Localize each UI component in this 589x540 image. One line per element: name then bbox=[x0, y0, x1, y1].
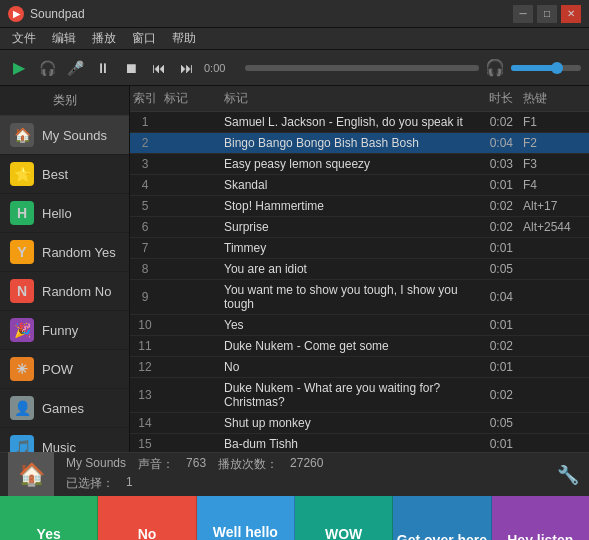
quicklaunch-button-well-hello-there[interactable]: Well hello there bbox=[197, 496, 295, 540]
th-name: 标记 bbox=[220, 90, 464, 107]
menubar-item-文件[interactable]: 文件 bbox=[4, 28, 44, 49]
sidebar-header: 类别 bbox=[0, 86, 129, 116]
td-index: 5 bbox=[130, 199, 160, 213]
td-duration: 0:01 bbox=[464, 178, 519, 192]
table-row[interactable]: 2 Bingo Bango Bongo Bish Bash Bosh 0:04 … bbox=[130, 133, 589, 154]
table-row[interactable]: 13 Duke Nukem - What are you waiting for… bbox=[130, 378, 589, 413]
sidebar-item-games[interactable]: 👤Games bbox=[0, 389, 129, 428]
quicklaunch-button-no[interactable]: NoAlt+N bbox=[98, 496, 196, 540]
status-info: My Sounds 声音： 763 播放次数： 27260 已选择： 1 bbox=[66, 456, 543, 494]
td-hotkey: Alt+17 bbox=[519, 199, 589, 213]
sidebar-label: Best bbox=[42, 167, 68, 182]
td-index: 14 bbox=[130, 416, 160, 430]
selected-label: 已选择： bbox=[66, 475, 114, 492]
home-button[interactable]: 🏠 bbox=[8, 452, 54, 498]
table-row[interactable]: 1 Samuel L. Jackson - English, do you sp… bbox=[130, 112, 589, 133]
table-row[interactable]: 11 Duke Nukem - Come get some 0:02 bbox=[130, 336, 589, 357]
td-duration: 0:04 bbox=[464, 136, 519, 150]
td-duration: 0:05 bbox=[464, 416, 519, 430]
time-display: 0:00 bbox=[204, 62, 239, 74]
volume-fill bbox=[511, 65, 557, 71]
table-row[interactable]: 8 You are an idiot 0:05 bbox=[130, 259, 589, 280]
table-row[interactable]: 10 Yes 0:01 bbox=[130, 315, 589, 336]
prev-button[interactable]: ⏮ bbox=[148, 57, 170, 79]
sidebar: 类别 🏠My Sounds⭐BestHHelloYRandom YesNRand… bbox=[0, 86, 130, 452]
sidebar-item-hello[interactable]: HHello bbox=[0, 194, 129, 233]
td-duration: 0:02 bbox=[464, 199, 519, 213]
td-name: Easy peasy lemon squeezy bbox=[220, 157, 464, 171]
td-hotkey: F3 bbox=[519, 157, 589, 171]
sidebar-item-random-no[interactable]: NRandom No bbox=[0, 272, 129, 311]
play-button[interactable]: ▶ bbox=[8, 57, 30, 79]
table-area: 索引 标记 标记 时长 热键 1 Samuel L. Jackson - Eng… bbox=[130, 86, 589, 452]
td-duration: 0:01 bbox=[464, 241, 519, 255]
td-name: Skandal bbox=[220, 178, 464, 192]
headphone-button[interactable]: 🎧 bbox=[36, 57, 58, 79]
volume-knob[interactable] bbox=[551, 62, 563, 74]
sidebar-label: Music bbox=[42, 440, 76, 453]
td-index: 8 bbox=[130, 262, 160, 276]
td-index: 15 bbox=[130, 437, 160, 451]
table-row[interactable]: 12 No 0:01 bbox=[130, 357, 589, 378]
sounds-label: 声音： bbox=[138, 456, 174, 473]
table-row[interactable]: 4 Skandal 0:01 F4 bbox=[130, 175, 589, 196]
td-index: 13 bbox=[130, 388, 160, 402]
quicklaunch-button-hey-listen[interactable]: Hey listen bbox=[492, 496, 589, 540]
sidebar-item-pow[interactable]: ✳POW bbox=[0, 350, 129, 389]
td-name: Ba-dum Tishh bbox=[220, 437, 464, 451]
transport-bar: ▶ 🎧 🎤 ⏸ ⏹ ⏮ ⏭ 0:00 🎧 bbox=[0, 50, 589, 86]
table-row[interactable]: 14 Shut up monkey 0:05 bbox=[130, 413, 589, 434]
sidebar-item-my-sounds[interactable]: 🏠My Sounds bbox=[0, 116, 129, 155]
td-index: 1 bbox=[130, 115, 160, 129]
menubar-item-窗口[interactable]: 窗口 bbox=[124, 28, 164, 49]
maximize-button[interactable]: □ bbox=[537, 5, 557, 23]
sidebar-item-music[interactable]: 🎵Music bbox=[0, 428, 129, 452]
sidebar-label: Games bbox=[42, 401, 84, 416]
sidebar-item-random-yes[interactable]: YRandom Yes bbox=[0, 233, 129, 272]
menubar-item-编辑[interactable]: 编辑 bbox=[44, 28, 84, 49]
status-row-1: My Sounds 声音： 763 播放次数： 27260 bbox=[66, 456, 543, 473]
td-duration: 0:02 bbox=[464, 115, 519, 129]
mic-button[interactable]: 🎤 bbox=[64, 57, 86, 79]
table-row[interactable]: 15 Ba-dum Tishh 0:01 bbox=[130, 434, 589, 452]
sidebar-icon: 🎉 bbox=[10, 318, 34, 342]
table-row[interactable]: 6 Surprise 0:02 Alt+2544 bbox=[130, 217, 589, 238]
td-name: Samuel L. Jackson - English, do you spea… bbox=[220, 115, 464, 129]
volume-bar[interactable] bbox=[511, 65, 581, 71]
progress-bar[interactable] bbox=[245, 65, 479, 71]
volume-icon: 🎧 bbox=[485, 58, 505, 77]
quicklaunch-button-get-over-here[interactable]: Get over here bbox=[393, 496, 491, 540]
td-name: Surprise bbox=[220, 220, 464, 234]
pause-button[interactable]: ⏸ bbox=[92, 57, 114, 79]
table-row[interactable]: 7 Timmey 0:01 bbox=[130, 238, 589, 259]
next-button[interactable]: ⏭ bbox=[176, 57, 198, 79]
td-hotkey: F4 bbox=[519, 178, 589, 192]
td-name: Yes bbox=[220, 318, 464, 332]
ql-label: Get over here bbox=[397, 532, 487, 540]
sidebar-label: Funny bbox=[42, 323, 78, 338]
quicklaunch-button-wow[interactable]: WOWAlt+W bbox=[295, 496, 393, 540]
app-icon: ▶ bbox=[8, 6, 24, 22]
menubar-item-播放[interactable]: 播放 bbox=[84, 28, 124, 49]
minimize-button[interactable]: ─ bbox=[513, 5, 533, 23]
td-index: 10 bbox=[130, 318, 160, 332]
th-duration: 时长 bbox=[464, 90, 519, 107]
ql-label: Well hello there bbox=[197, 524, 294, 540]
stop-button[interactable]: ⏹ bbox=[120, 57, 142, 79]
td-hotkey: Alt+2544 bbox=[519, 220, 589, 234]
sidebar-item-funny[interactable]: 🎉Funny bbox=[0, 311, 129, 350]
settings-button[interactable]: 🔧 bbox=[555, 462, 581, 488]
td-name: No bbox=[220, 360, 464, 374]
table-row[interactable]: 5 Stop! Hammertime 0:02 Alt+17 bbox=[130, 196, 589, 217]
sidebar-icon: ⭐ bbox=[10, 162, 34, 186]
td-duration: 0:05 bbox=[464, 262, 519, 276]
close-button[interactable]: ✕ bbox=[561, 5, 581, 23]
td-index: 4 bbox=[130, 178, 160, 192]
table-row[interactable]: 3 Easy peasy lemon squeezy 0:03 F3 bbox=[130, 154, 589, 175]
sidebar-item-best[interactable]: ⭐Best bbox=[0, 155, 129, 194]
table-row[interactable]: 9 You want me to show you tough, I show … bbox=[130, 280, 589, 315]
menubar-item-帮助[interactable]: 帮助 bbox=[164, 28, 204, 49]
quicklaunch-button-yes[interactable]: YesAlt+Y bbox=[0, 496, 98, 540]
sounds-count: 763 bbox=[186, 456, 206, 473]
th-index: 索引 bbox=[130, 90, 160, 107]
